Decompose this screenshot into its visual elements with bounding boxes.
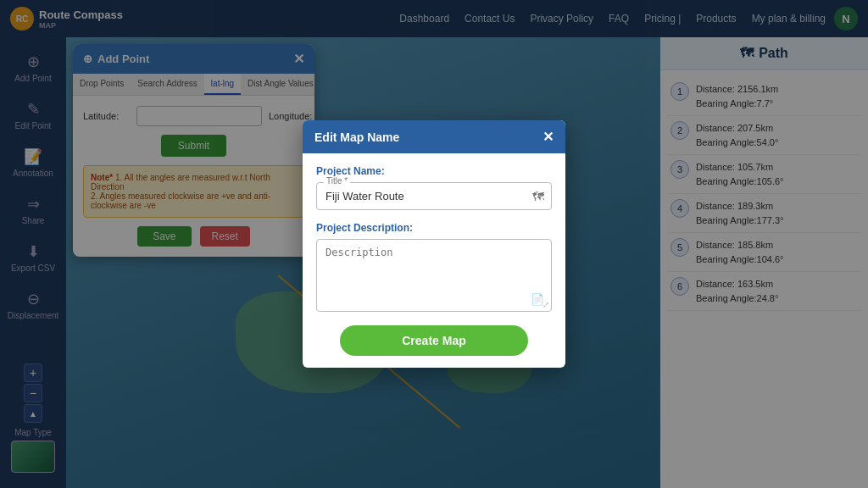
title-input[interactable] [317,183,526,209]
modal-header: Edit Map Name ✕ [303,120,565,153]
desc-resize-handle: ⤢ [542,300,549,309]
desc-textarea[interactable] [317,240,551,308]
title-field-wrapper: Title * 🗺 [316,182,552,210]
create-map-button[interactable]: Create Map [340,325,528,356]
modal-overlay[interactable]: Edit Map Name ✕ Project Name: Title * 🗺 … [0,0,868,488]
modal-body: Project Name: Title * 🗺 Project Descript… [303,153,565,368]
modal: Edit Map Name ✕ Project Name: Title * 🗺 … [303,120,565,368]
project-desc-label: Project Description: [316,222,552,234]
desc-field-wrapper: 📄 ⤢ [316,239,552,312]
title-field-label: Title * [324,176,350,186]
project-name-label: Project Name: [316,165,552,177]
modal-title: Edit Map Name [314,130,399,144]
title-map-icon: 🗺 [526,190,551,203]
modal-close-button[interactable]: ✕ [542,129,554,145]
